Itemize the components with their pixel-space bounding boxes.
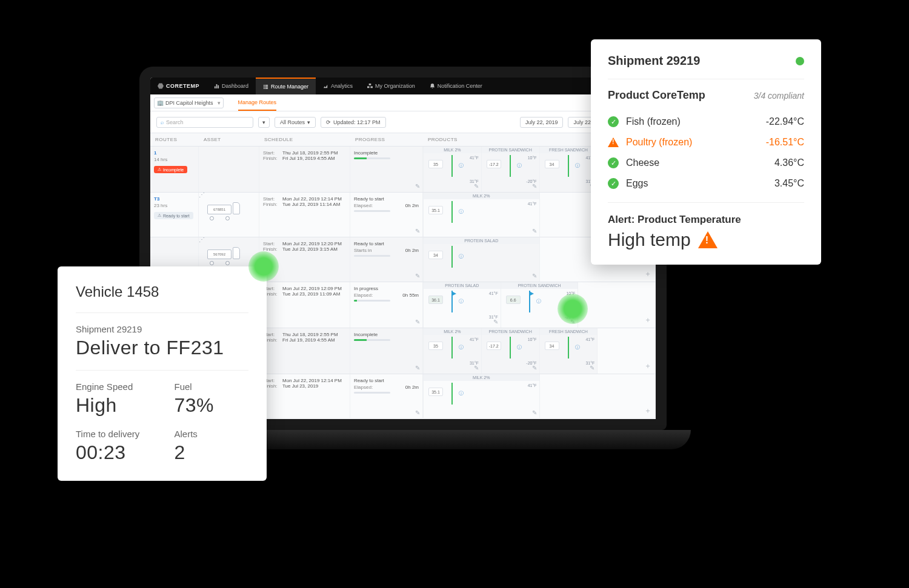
- wifi-icon: ⋰: [199, 236, 205, 243]
- info-icon[interactable]: ⓘ: [459, 390, 464, 397]
- product-row: ✓Fish (frozen)-22.94°C: [608, 111, 804, 132]
- edit-icon[interactable]: ✎: [415, 183, 420, 190]
- bell-icon: [430, 84, 435, 89]
- col-schedule: SCHEDULE: [259, 133, 350, 146]
- add-product-cell[interactable]: ＋: [539, 374, 656, 418]
- route-id[interactable]: T3: [154, 196, 195, 202]
- progress-elapsed: Starts in 0h 2m: [354, 248, 419, 253]
- info-icon[interactable]: ⓘ: [517, 162, 522, 169]
- nav-route-manager[interactable]: Route Manager: [256, 78, 316, 94]
- filter-button[interactable]: ▾: [258, 117, 270, 128]
- manage-routes-tab[interactable]: Manage Routes: [238, 94, 277, 111]
- product-cell: PROTEIN SANDWICH10°F-17.2ⓘ-20°F✎: [481, 328, 539, 374]
- product-temp: 4.36°C: [774, 157, 804, 168]
- updated-indicator[interactable]: ⟳ Updated: 12:17 PM: [321, 117, 386, 128]
- search-input[interactable]: ⌕ Search: [156, 117, 253, 128]
- edit-icon[interactable]: ✎: [532, 228, 537, 234]
- product-cell: MILK 2%41°F35.1ⓘ✎: [423, 193, 539, 237]
- progress-status: Ready to start: [354, 241, 419, 246]
- temp-low: 31°F: [426, 315, 498, 319]
- add-product-cell[interactable]: ＋: [578, 282, 655, 328]
- progress-status: Ready to start: [354, 378, 419, 383]
- info-icon[interactable]: ⓘ: [575, 344, 580, 351]
- nav-org[interactable]: My Organization: [360, 78, 422, 94]
- edit-icon[interactable]: ✎: [590, 365, 594, 371]
- edit-icon[interactable]: ✎: [415, 273, 420, 279]
- product-list: ✓Fish (frozen)-22.94°CPoultry (frozen)-1…: [608, 111, 804, 194]
- schedule-finish: Finish:Tue Jul 23, 2019 11:14 AM: [263, 202, 346, 207]
- add-product-icon[interactable]: ＋: [644, 406, 651, 416]
- add-product-icon[interactable]: ＋: [644, 269, 651, 279]
- product-name: Fish (frozen): [626, 116, 681, 127]
- product-temp: -16.51°C: [766, 137, 804, 148]
- info-icon[interactable]: ⓘ: [575, 162, 580, 169]
- info-icon[interactable]: ⓘ: [459, 298, 464, 305]
- product-cell: PROTEIN SANDWICH10°F-17.2ⓘ-20°F✎: [481, 147, 539, 192]
- chevron-down-icon: ▾: [307, 119, 310, 125]
- schedule-start: Start:Mon Jul 22, 2019 12:09 PM: [263, 286, 346, 291]
- temp-high: 41°F: [426, 202, 537, 206]
- edit-icon[interactable]: ✎: [532, 365, 537, 371]
- info-icon[interactable]: ⓘ: [459, 208, 464, 215]
- check-icon: ✓: [608, 157, 619, 168]
- add-product-icon[interactable]: ＋: [644, 315, 651, 325]
- temp-value: 35.1: [428, 388, 443, 396]
- edit-icon[interactable]: ✎: [415, 409, 420, 416]
- product-name: PROTEIN SANDWICH: [501, 282, 578, 289]
- add-product-icon[interactable]: ＋: [644, 361, 651, 371]
- shipment-label: Shipment 29219: [76, 324, 248, 334]
- stat-value: 2: [175, 441, 249, 464]
- progress-bar: [354, 392, 390, 394]
- schedule-finish: Finish:Tue Jul 23, 2019: [263, 383, 346, 389]
- temp-low: 31°F: [426, 361, 479, 365]
- brand-icon: [158, 83, 164, 89]
- edit-icon[interactable]: ✎: [493, 319, 498, 325]
- product-name: PROTEIN SALAD: [424, 282, 501, 289]
- nav-analytics[interactable]: Analytics: [316, 78, 360, 94]
- info-icon[interactable]: ⓘ: [459, 344, 464, 351]
- table-row[interactable]: 114 hrs⚠IncompleteStart:Thu Jul 18, 2019…: [150, 147, 656, 193]
- edit-icon[interactable]: ✎: [415, 319, 420, 325]
- temp-low: -20°F: [484, 361, 537, 365]
- temp-value: 35.1: [428, 206, 443, 214]
- info-icon[interactable]: ⓘ: [459, 253, 464, 260]
- warning-icon: [608, 137, 619, 147]
- date-from[interactable]: July 22, 2019: [520, 117, 564, 128]
- product-name: MILK 2%: [424, 193, 539, 199]
- stat-label: Fuel: [175, 382, 249, 392]
- routes-filter[interactable]: All Routes ▾: [275, 117, 316, 128]
- add-product-cell[interactable]: ＋: [597, 328, 655, 374]
- progress-bar: [354, 210, 390, 212]
- info-icon[interactable]: ⓘ: [459, 162, 464, 169]
- edit-icon[interactable]: ✎: [532, 273, 537, 279]
- stat-label: Engine Speed: [76, 382, 150, 392]
- table-header: ROUTES ASSET SCHEDULE PROGRESS PRODUCTS: [150, 133, 656, 147]
- info-icon[interactable]: ⓘ: [536, 298, 541, 305]
- edit-icon[interactable]: ✎: [415, 228, 420, 234]
- product-name: PROTEIN SALAD: [424, 237, 539, 244]
- progress-bar: [354, 300, 390, 302]
- warning-icon: ⚠: [158, 213, 161, 218]
- edit-icon[interactable]: ✎: [474, 365, 479, 371]
- edit-icon[interactable]: ✎: [415, 365, 420, 371]
- info-icon[interactable]: ⓘ: [517, 344, 522, 351]
- table-row[interactable]: T323 hrs⚠Ready to start⋰678851Start:Mon …: [150, 193, 656, 237]
- temp-high: 10°F: [504, 291, 576, 296]
- temp-value: 35: [428, 342, 443, 350]
- nav-dashboard[interactable]: Dashboard: [207, 78, 256, 94]
- product-name: MILK 2%: [424, 147, 481, 153]
- nav-label: Analytics: [331, 83, 353, 89]
- location-select[interactable]: 🏢 DPI Capitol Heights ▾: [154, 97, 224, 108]
- progress-status: Ready to start: [354, 196, 419, 202]
- analytics-icon: [323, 84, 328, 89]
- edit-icon[interactable]: ✎: [474, 183, 479, 190]
- product-name: FRESH SANDWICH: [540, 147, 598, 153]
- edit-icon[interactable]: ✎: [532, 183, 537, 190]
- toolbar: ⌕ Search ▾ All Routes ▾ ⟳ Updated: 12:17…: [150, 111, 656, 133]
- route-id[interactable]: 1: [154, 150, 195, 156]
- product-name: FRESH SANDWICH: [540, 328, 598, 335]
- nav-notifications[interactable]: Notification Center: [422, 78, 490, 94]
- edit-icon[interactable]: ✎: [532, 409, 537, 416]
- chevron-down-icon: ▾: [218, 100, 221, 106]
- chart-icon: [214, 84, 219, 89]
